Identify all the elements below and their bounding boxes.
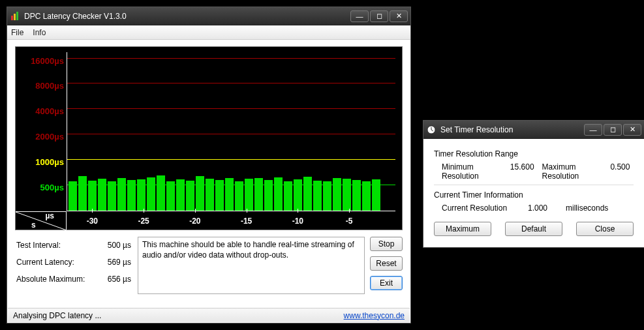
latency-bar bbox=[108, 181, 116, 211]
latency-bar bbox=[78, 176, 87, 211]
current-latency-value: 569 µs bbox=[101, 254, 132, 271]
svg-line-3 bbox=[16, 212, 67, 230]
latency-bar bbox=[333, 178, 341, 211]
min-res-label: Minimum Resolution bbox=[442, 162, 502, 181]
x-tick-label: -5 bbox=[346, 217, 353, 226]
close-button[interactable]: ✕ bbox=[623, 124, 641, 136]
vendor-link[interactable]: www.thesycon.de bbox=[344, 311, 405, 320]
y-tick-label: 500µs bbox=[40, 183, 64, 192]
reset-button[interactable]: Reset bbox=[370, 256, 403, 271]
x-tick-label: -20 bbox=[189, 217, 200, 226]
x-unit: s bbox=[31, 220, 36, 230]
max-res-value: 0.500 bbox=[610, 162, 634, 181]
cur-res-label: Current Resolution bbox=[442, 203, 520, 213]
latency-bar bbox=[274, 177, 283, 211]
gridline bbox=[67, 185, 395, 185]
latency-bar bbox=[362, 181, 371, 211]
latency-bar bbox=[176, 179, 185, 211]
x-tick-label: -30 bbox=[87, 217, 98, 226]
latency-bar bbox=[225, 178, 234, 211]
statusbar: Analysing DPC latency ... www.thesycon.d… bbox=[8, 308, 410, 322]
default-button[interactable]: Default bbox=[505, 222, 562, 236]
gridline bbox=[67, 58, 395, 59]
minimize-button[interactable]: — bbox=[584, 124, 602, 136]
exit-button[interactable]: Exit bbox=[370, 276, 403, 290]
clock-icon bbox=[426, 125, 437, 135]
y-tick-label: 8000µs bbox=[35, 81, 64, 91]
y-tick-label: 1000µs bbox=[35, 157, 64, 167]
cur-res-value: 1.000 bbox=[528, 203, 558, 213]
abs-max-label: Absolute Maximum: bbox=[15, 271, 101, 288]
close-button[interactable]: ✕ bbox=[390, 10, 408, 22]
latency-bar bbox=[147, 177, 155, 211]
gridline bbox=[67, 134, 395, 134]
svg-rect-0 bbox=[11, 16, 13, 20]
latency-chart: 500µs1000µs2000µs4000µs8000µs16000µs -30… bbox=[15, 46, 403, 230]
svg-rect-1 bbox=[14, 14, 16, 20]
latency-bar bbox=[206, 179, 214, 211]
latency-bar bbox=[157, 175, 165, 211]
axis-corner: µs s bbox=[16, 211, 67, 230]
latency-bar bbox=[117, 178, 126, 211]
maximum-button[interactable]: Maximum bbox=[434, 222, 491, 236]
current-latency-label: Current Latency: bbox=[15, 254, 101, 271]
menu-info[interactable]: Info bbox=[33, 28, 46, 37]
stats-panel: Test Interval: 500 µs Current Latency: 5… bbox=[15, 237, 132, 294]
max-res-label: Maximum Resolution bbox=[542, 162, 603, 181]
titlebar[interactable]: DPC Latency Checker V1.3.0 — ◻ ✕ bbox=[7, 7, 410, 25]
gridline bbox=[67, 159, 395, 160]
latency-bar bbox=[284, 181, 292, 211]
x-tick-label: -25 bbox=[138, 217, 149, 226]
y-unit: µs bbox=[45, 211, 54, 220]
latency-bar bbox=[294, 179, 302, 211]
latency-bar bbox=[254, 178, 263, 211]
latency-bar bbox=[98, 179, 106, 211]
group-range: Timer Resolution Range bbox=[434, 149, 634, 158]
x-tick-label: -10 bbox=[292, 217, 303, 226]
latency-bar bbox=[303, 177, 312, 211]
latency-bar bbox=[235, 181, 243, 211]
group-current: Current Timer Information bbox=[434, 190, 634, 200]
app-icon bbox=[10, 11, 20, 22]
y-tick-label: 16000µs bbox=[31, 55, 64, 65]
latency-bar bbox=[137, 179, 146, 211]
titlebar[interactable]: Set Timer Resolution — ◻ ✕ bbox=[423, 121, 644, 139]
maximize-button[interactable]: ◻ bbox=[604, 124, 622, 136]
test-interval-label: Test Interval: bbox=[15, 237, 101, 254]
menubar: File Info bbox=[7, 25, 410, 40]
window-title: Set Timer Resolution bbox=[440, 125, 584, 134]
min-res-value: 15.600 bbox=[510, 162, 534, 181]
latency-bar bbox=[166, 181, 175, 211]
latency-bar bbox=[245, 179, 253, 211]
y-tick-label: 4000µs bbox=[35, 106, 64, 116]
gridline bbox=[67, 83, 395, 83]
menu-file[interactable]: File bbox=[11, 28, 23, 37]
abs-max-value: 656 µs bbox=[101, 271, 132, 288]
minimize-button[interactable]: — bbox=[350, 10, 369, 22]
message-box: This machine should be able to handle re… bbox=[138, 237, 365, 294]
close-dialog-button[interactable]: Close bbox=[576, 222, 634, 236]
timer-resolution-window: Set Timer Resolution — ◻ ✕ Timer Resolut… bbox=[423, 120, 644, 248]
stop-button[interactable]: Stop bbox=[370, 237, 403, 251]
latency-bar bbox=[323, 181, 331, 211]
latency-bar bbox=[69, 181, 77, 211]
svg-rect-2 bbox=[16, 12, 18, 20]
window-title: DPC Latency Checker V1.3.0 bbox=[24, 12, 350, 21]
cur-res-unit: milliseconds bbox=[566, 203, 608, 213]
test-interval-value: 500 µs bbox=[101, 237, 132, 254]
status-text: Analysing DPC latency ... bbox=[13, 311, 101, 320]
y-tick-label: 2000µs bbox=[35, 132, 64, 142]
gridline bbox=[67, 108, 395, 109]
maximize-button[interactable]: ◻ bbox=[370, 10, 388, 22]
latency-bar bbox=[343, 179, 351, 211]
latency-bar bbox=[196, 176, 204, 211]
x-tick-label: -15 bbox=[241, 217, 252, 226]
latency-bar bbox=[372, 179, 380, 211]
dpc-latency-window: DPC Latency Checker V1.3.0 — ◻ ✕ File In… bbox=[7, 7, 411, 323]
